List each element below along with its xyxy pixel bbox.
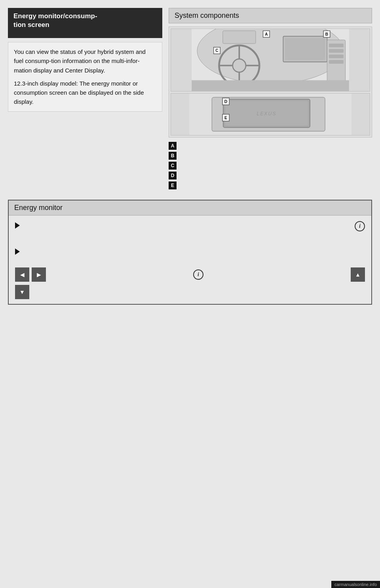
svg-rect-16 [192, 80, 349, 91]
info-circle-icon-2[interactable]: i [193, 269, 203, 280]
svg-text:C: C [215, 48, 218, 53]
info-circle-icon-1: i [355, 221, 365, 231]
car-bottom-image: LEXUS D E [171, 93, 370, 136]
svg-rect-15 [223, 31, 256, 44]
spacer-1 [15, 235, 365, 247]
info-paragraph-1: You can view the status of your hybrid s… [14, 47, 156, 75]
component-item-c: C [169, 161, 372, 170]
nav-row: ◀ ▶ i ▲ [15, 267, 365, 282]
svg-rect-11 [329, 44, 344, 47]
car-dashboard-svg: A B C [171, 29, 370, 91]
top-section: Energy monitor/consump-tion screen You c… [8, 8, 372, 189]
left-column: Energy monitor/consump-tion screen You c… [8, 8, 162, 189]
page: Energy monitor/consump-tion screen You c… [0, 0, 380, 588]
component-letter-b: B [169, 152, 177, 160]
nav-up-button[interactable]: ▲ [351, 267, 365, 282]
footer-text: carmanualsonline.info [334, 582, 377, 587]
info-box: You can view the status of your hybrid s… [8, 42, 162, 112]
component-letter-a: A [169, 142, 177, 150]
bullet-triangle-1 [15, 222, 20, 229]
svg-rect-12 [329, 49, 344, 53]
car-top-image: A B C [171, 29, 370, 92]
component-item-d: D [169, 171, 372, 179]
car-console-svg: LEXUS D E [171, 94, 370, 135]
svg-text:B: B [325, 32, 328, 36]
component-item-e: E [169, 181, 372, 189]
svg-point-3 [233, 59, 246, 72]
component-list: A B C D E [169, 141, 372, 189]
bullet-section-2 [15, 247, 365, 255]
system-components-title: System components [169, 8, 372, 23]
energy-monitor-content: i [9, 216, 371, 264]
component-item-b: B [169, 151, 372, 160]
bullet-text-1 [22, 221, 352, 229]
svg-text:A: A [265, 32, 268, 36]
svg-text:LEXUS: LEXUS [256, 111, 276, 116]
bottom-nav-area: ◀ ▶ i ▲ ▼ [9, 264, 371, 304]
energy-monitor-screen-box: Energy monitor/consump-tion screen [8, 8, 162, 38]
car-illustration: A B C [169, 27, 372, 137]
nav-down-button[interactable]: ▼ [15, 285, 29, 299]
component-letter-e: E [169, 181, 177, 189]
svg-rect-9 [285, 38, 325, 60]
svg-rect-14 [329, 60, 344, 64]
svg-rect-13 [329, 55, 344, 58]
footer-bar: carmanualsonline.info [331, 581, 380, 588]
component-item-a: A [169, 141, 372, 150]
svg-text:D: D [224, 99, 228, 104]
energy-monitor-screen-title: Energy monitor/consump-tion screen [13, 12, 157, 29]
bullet-triangle-2 [15, 248, 20, 255]
energy-monitor-title: Energy monitor [9, 200, 371, 216]
bullet-section-1: i [15, 221, 365, 231]
right-column: System components [169, 8, 372, 189]
svg-text:E: E [224, 116, 227, 120]
info-paragraph-2: 12.3-inch display model: The energy moni… [14, 79, 156, 107]
component-letter-d: D [169, 172, 177, 179]
energy-monitor-section: Energy monitor [8, 200, 372, 305]
component-letter-c: C [169, 162, 177, 170]
nav-prev-button[interactable]: ◀ [15, 267, 29, 282]
nav-next-button[interactable]: ▶ [32, 267, 46, 282]
